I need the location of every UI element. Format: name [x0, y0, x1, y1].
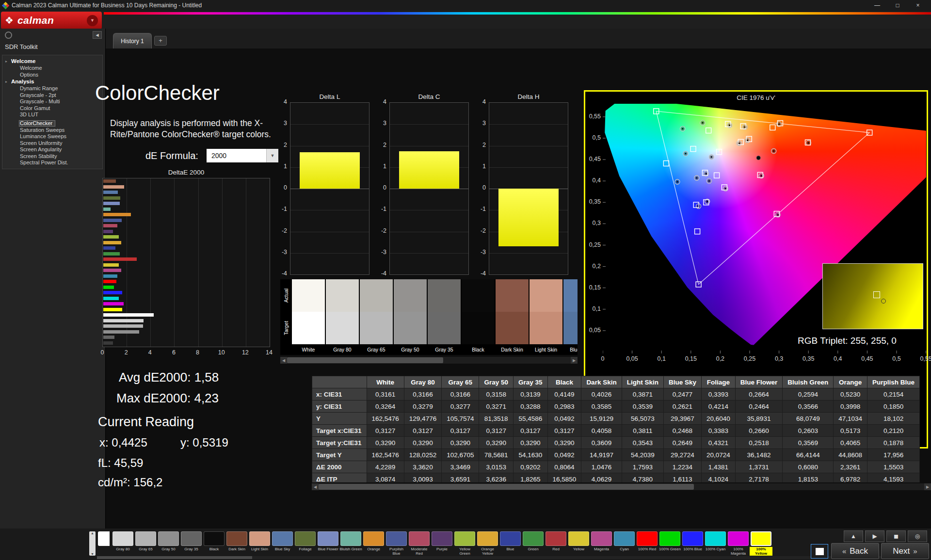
- patch-green[interactable]: Green: [522, 531, 545, 558]
- patch-label: 100% Green: [658, 547, 681, 551]
- logo-menu-button[interactable]: ▼: [87, 15, 98, 26]
- sidebar-item-options[interactable]: Options: [2, 72, 102, 79]
- patch-bluish-green[interactable]: Bluish Green: [339, 531, 362, 558]
- patch-100-yellow[interactable]: 100% Yellow: [750, 531, 772, 558]
- sidebar-item-luminance-sweeps[interactable]: Luminance Sweeps: [2, 133, 102, 140]
- tree-section-analysis[interactable]: ▸Analysis: [2, 78, 102, 85]
- calman-logo[interactable]: ❖ calman ▼: [1, 12, 102, 29]
- strip-column-gray-65[interactable]: Gray 65: [360, 279, 393, 355]
- strip-column-gray-80[interactable]: Gray 80: [326, 279, 359, 355]
- patch-label: 100% Yellow: [750, 547, 772, 556]
- sidebar-item-screen-stability[interactable]: Screen Stability: [2, 153, 102, 160]
- scroll-left-icon[interactable]: ◀: [312, 483, 319, 490]
- patch-bar-mini-scrollbar[interactable]: ▲ ▼: [89, 531, 96, 556]
- table-cell: 0,3127: [479, 425, 514, 437]
- close-button[interactable]: ×: [908, 0, 928, 11]
- table-cell: 0,2594: [783, 388, 834, 400]
- patch-gray-65[interactable]: Gray 65: [134, 531, 157, 558]
- sidebar-item-welcome[interactable]: Welcome: [2, 65, 102, 72]
- sidebar-item-color-gamut[interactable]: Color Gamut: [2, 105, 102, 112]
- back-button[interactable]: « Back: [831, 543, 879, 559]
- patch-blue-sky[interactable]: Blue Sky: [271, 531, 294, 558]
- patch-100-magenta[interactable]: 100% Magenta: [727, 531, 750, 558]
- patch-bar-scroll-thumb[interactable]: [97, 556, 252, 559]
- sidebar: ◀ SDR Toolkit ▸WelcomeWelcomeOptions▸Ana…: [0, 29, 106, 528]
- table-cell: 0,4026: [581, 388, 622, 400]
- y-tick-label: -3: [371, 249, 386, 256]
- scroll-down-icon[interactable]: ▼: [91, 552, 94, 556]
- patch-orange-yellow[interactable]: Orange Yellow: [476, 531, 499, 558]
- sidebar-item-saturation-sweeps[interactable]: Saturation Sweeps: [2, 127, 102, 134]
- scroll-up-icon[interactable]: ▲: [91, 531, 94, 535]
- patch-black[interactable]: Black: [203, 531, 225, 558]
- patch-purple[interactable]: Purple: [431, 531, 453, 558]
- expand-icon[interactable]: ▸: [5, 78, 7, 85]
- patch-purplish-blue[interactable]: Purplish Blue: [385, 531, 408, 558]
- strip-column-black[interactable]: Black: [462, 279, 495, 355]
- sidebar-collapse-button[interactable]: ◀: [93, 31, 102, 39]
- patch-blue-flower[interactable]: Blue Flower: [317, 531, 339, 558]
- patch-blue[interactable]: Blue: [499, 531, 522, 558]
- strip-column-white[interactable]: White: [292, 279, 325, 355]
- stop-button[interactable]: ◼: [886, 530, 906, 542]
- patch-yellow[interactable]: Yellow: [567, 531, 590, 558]
- tree-section-welcome[interactable]: ▸Welcome: [2, 58, 102, 65]
- patch-gray-80[interactable]: Gray 80: [112, 531, 134, 558]
- table-scroll-track[interactable]: [319, 483, 924, 490]
- patch-bar-scrollbar[interactable]: [97, 556, 921, 559]
- read-continuous-button[interactable]: ◎: [908, 530, 927, 542]
- patch-red[interactable]: Red: [545, 531, 567, 558]
- de-formula-select[interactable]: 2000 ▼: [207, 149, 278, 162]
- sidebar-item-screen-angularity[interactable]: Screen Angularity: [2, 146, 102, 153]
- expand-icon[interactable]: ▸: [5, 58, 7, 65]
- sidebar-item-colorchecker[interactable]: ColorChecker: [19, 120, 55, 127]
- sidebar-item-grayscale-multi[interactable]: Grayscale - Multi: [2, 98, 102, 105]
- add-tab-button[interactable]: +: [154, 36, 167, 46]
- sidebar-item-dynamic-range[interactable]: Dynamic Range: [2, 85, 102, 92]
- scroll-up-button[interactable]: ▲: [844, 530, 863, 542]
- patch-orange[interactable]: Orange: [362, 531, 385, 558]
- patch-yellow-green[interactable]: Yellow Green: [453, 531, 476, 558]
- scroll-right-icon[interactable]: ▶: [924, 483, 931, 490]
- strip-column-dark-skin[interactable]: Dark Skin: [496, 279, 529, 355]
- patch-light-skin[interactable]: Light Skin: [248, 531, 271, 558]
- table-scrollbar[interactable]: ◀ ▶: [312, 483, 931, 490]
- patch-gray-35[interactable]: Gray 35: [180, 531, 203, 558]
- delta-c-bar: [399, 151, 459, 189]
- minimize-button[interactable]: —: [867, 0, 887, 11]
- patch-100-red[interactable]: 100% Red: [636, 531, 658, 558]
- maximize-button[interactable]: □: [887, 0, 908, 11]
- patch-100-cyan[interactable]: 100% Cyan: [704, 531, 727, 558]
- next-button[interactable]: Next »: [881, 543, 929, 559]
- strip-scroll-thumb[interactable]: [287, 357, 443, 363]
- table-cell: 129,4776: [404, 413, 441, 425]
- patch-dark-skin[interactable]: Dark Skin: [225, 531, 248, 558]
- tab-history-1[interactable]: History 1: [113, 33, 152, 48]
- scroll-right-icon[interactable]: ▶: [571, 357, 578, 364]
- scroll-left-icon[interactable]: ◀: [280, 357, 287, 364]
- patch-cyan[interactable]: Cyan: [613, 531, 636, 558]
- strip-column-gray-50[interactable]: Gray 50: [394, 279, 427, 355]
- patch-100-green[interactable]: 100% Green: [658, 531, 681, 558]
- patch-gray-50[interactable]: Gray 50: [157, 531, 180, 558]
- y-tick-label: -4: [371, 270, 386, 277]
- play-button[interactable]: ▶: [865, 530, 884, 542]
- sidebar-item-3d-lut[interactable]: 3D LUT: [2, 112, 102, 118]
- patch-magenta[interactable]: Magenta: [590, 531, 613, 558]
- patch-moderate-red[interactable]: Moderate Red: [408, 531, 431, 558]
- back-button-label: Back: [850, 546, 868, 556]
- sidebar-item-spectral-power-dist[interactable]: Spectral Power Dist.: [2, 160, 102, 166]
- sidebar-item-screen-uniformity[interactable]: Screen Uniformity: [2, 140, 102, 147]
- patch-100-blue[interactable]: 100% Blue: [681, 531, 704, 558]
- strip-column-blue-sky[interactable]: Blue Sky: [563, 279, 578, 355]
- sidebar-item-grayscale-2pt[interactable]: Grayscale - 2pt: [2, 92, 102, 99]
- strip-column-light-skin[interactable]: Light Skin: [530, 279, 562, 355]
- patch-white[interactable]: [97, 531, 110, 558]
- strip-scrollbar[interactable]: ◀ ▶: [280, 357, 578, 364]
- patch-foliage[interactable]: Foliage: [294, 531, 317, 558]
- strip-column-gray-35[interactable]: Gray 35: [428, 279, 461, 355]
- display-pattern-button[interactable]: [811, 544, 828, 559]
- table-scroll-thumb[interactable]: [319, 484, 694, 490]
- strip-column-label: Dark Skin: [496, 344, 529, 355]
- strip-scroll-track[interactable]: [287, 357, 571, 364]
